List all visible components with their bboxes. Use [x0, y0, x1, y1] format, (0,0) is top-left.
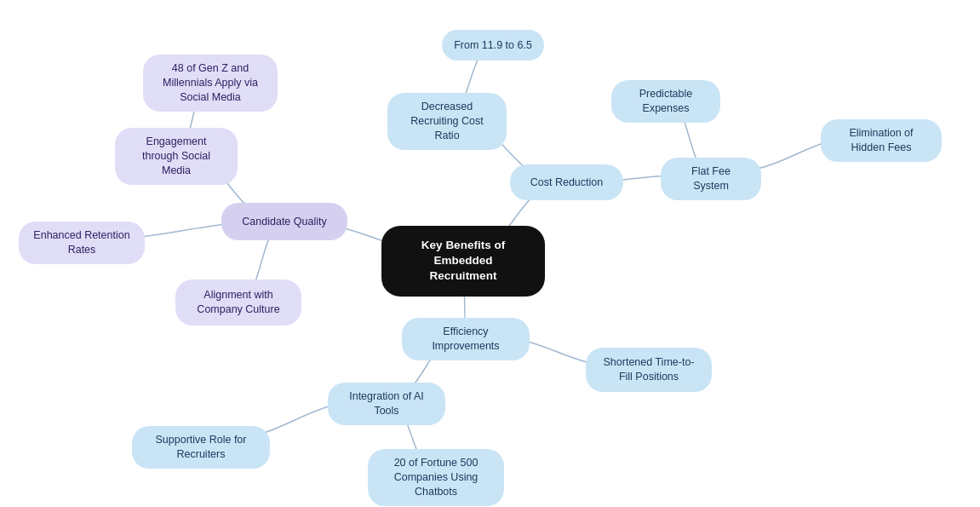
node-label-engagementSocial: Engagement through Social Media: [127, 135, 226, 178]
node-costReduction[interactable]: Cost Reduction: [510, 164, 623, 200]
node-enhancedRetention[interactable]: Enhanced Retention Rates: [19, 222, 145, 264]
node-engagementSocial[interactable]: Engagement through Social Media: [115, 128, 238, 185]
node-label-efficiencyImprovements: Efficiency Improvements: [414, 325, 518, 354]
node-decreasedRatio[interactable]: Decreased Recruiting Cost Ratio: [387, 93, 507, 150]
node-label-fortune20: 20 of Fortune 500 Companies Using Chatbo…: [380, 456, 492, 499]
node-label-alignmentCulture: Alignment with Company Culture: [187, 288, 289, 317]
node-predictable[interactable]: Predictable Expenses: [611, 80, 720, 123]
node-label-gen48: 48 of Gen Z and Millennials Apply via So…: [155, 61, 266, 105]
node-label-decreasedRatio: Decreased Recruiting Cost Ratio: [399, 100, 495, 143]
node-shortenedTime[interactable]: Shortened Time-to-Fill Positions: [586, 348, 712, 392]
node-label-enhancedRetention: Enhanced Retention Rates: [31, 228, 133, 257]
node-supportiveRole[interactable]: Supportive Role for Recruiters: [132, 426, 270, 469]
node-label-center: Key Benefits of Embedded Recruitment: [400, 238, 526, 285]
node-fortune20[interactable]: 20 of Fortune 500 Companies Using Chatbo…: [368, 449, 504, 506]
mind-map-container: Key Benefits of Embedded RecruitmentCost…: [0, 0, 980, 507]
node-label-candidateQuality: Candidate Quality: [242, 215, 326, 229]
node-label-shortenedTime: Shortened Time-to-Fill Positions: [598, 355, 700, 384]
node-from119[interactable]: From 11.9 to 6.5: [442, 30, 544, 60]
node-integrationAI[interactable]: Integration of AI Tools: [328, 383, 445, 425]
node-label-from119: From 11.9 to 6.5: [454, 38, 532, 53]
node-label-integrationAI: Integration of AI Tools: [340, 389, 433, 418]
node-label-predictable: Predictable Expenses: [623, 87, 708, 116]
node-label-flatFee: Flat Fee System: [673, 164, 749, 193]
node-flatFee[interactable]: Flat Fee System: [661, 158, 761, 200]
node-gen48[interactable]: 48 of Gen Z and Millennials Apply via So…: [143, 55, 278, 112]
node-candidateQuality[interactable]: Candidate Quality: [221, 203, 347, 240]
node-label-eliminationFees: Elimination of Hidden Fees: [833, 126, 930, 155]
node-center[interactable]: Key Benefits of Embedded Recruitment: [381, 226, 545, 297]
node-label-supportiveRole: Supportive Role for Recruiters: [144, 433, 258, 462]
node-label-costReduction: Cost Reduction: [530, 176, 603, 190]
node-eliminationFees[interactable]: Elimination of Hidden Fees: [821, 119, 942, 162]
node-efficiencyImprovements[interactable]: Efficiency Improvements: [402, 318, 530, 360]
node-alignmentCulture[interactable]: Alignment with Company Culture: [175, 279, 301, 326]
